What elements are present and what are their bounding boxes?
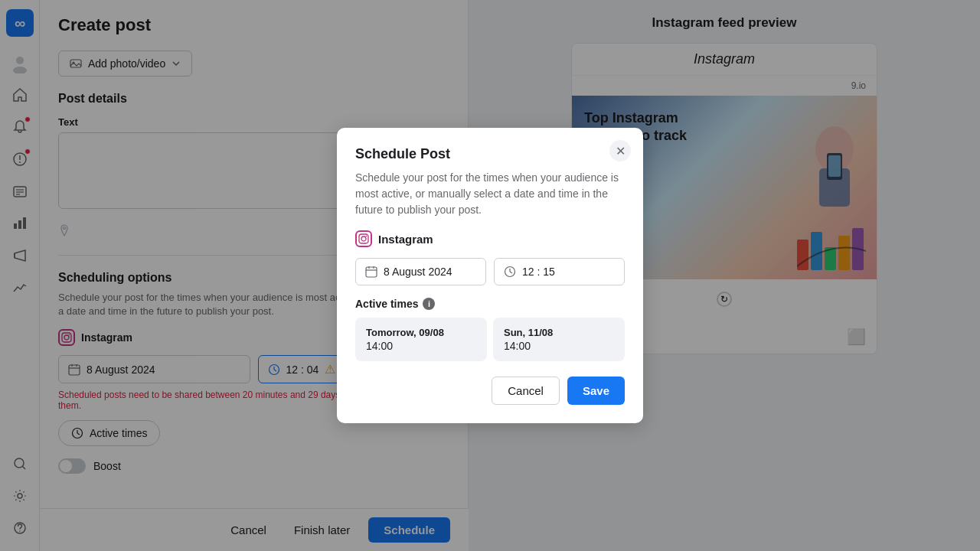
modal-save-button[interactable]: Save [567, 377, 625, 405]
modal-time-field[interactable]: 12 : 15 [494, 258, 625, 285]
svg-point-45 [361, 236, 366, 241]
modal-active-times-label: Active times i [355, 298, 625, 310]
active-time-hour-0: 14:00 [366, 340, 476, 352]
modal-time-value: 12 : 15 [522, 266, 555, 278]
modal-platform-name: Instagram [378, 233, 433, 246]
schedule-post-modal: Schedule Post ✕ Schedule your post for t… [337, 128, 643, 423]
modal-calendar-icon [365, 266, 377, 278]
modal-instagram-icon [355, 230, 372, 247]
modal-overlay: Schedule Post ✕ Schedule your post for t… [0, 0, 980, 551]
modal-cancel-button[interactable]: Cancel [492, 377, 560, 405]
modal-description: Schedule your post for the times when yo… [355, 170, 625, 218]
modal-platform-row: Instagram [355, 230, 625, 247]
active-time-hour-1: 14:00 [504, 340, 614, 352]
active-time-day-0: Tomorrow, 09/08 [366, 327, 476, 338]
modal-date-field[interactable]: 8 August 2024 [355, 258, 486, 285]
modal-date-time-row: 8 August 2024 12 : 15 [355, 258, 625, 285]
modal-close-button[interactable]: ✕ [609, 140, 631, 161]
active-times-grid: Tomorrow, 09/08 14:00 Sun, 11/08 14:00 [355, 318, 625, 361]
svg-rect-44 [359, 234, 368, 243]
modal-clock-icon [504, 266, 516, 278]
active-time-card-0[interactable]: Tomorrow, 09/08 14:00 [355, 318, 487, 361]
active-time-card-1[interactable]: Sun, 11/08 14:00 [493, 318, 625, 361]
modal-footer: Cancel Save [355, 377, 625, 405]
modal-date-value: 8 August 2024 [384, 266, 452, 278]
svg-point-46 [366, 236, 368, 237]
active-time-day-1: Sun, 11/08 [504, 327, 614, 338]
info-icon[interactable]: i [423, 298, 435, 310]
svg-line-53 [510, 272, 512, 273]
modal-title: Schedule Post [355, 146, 625, 162]
svg-rect-47 [366, 267, 377, 277]
